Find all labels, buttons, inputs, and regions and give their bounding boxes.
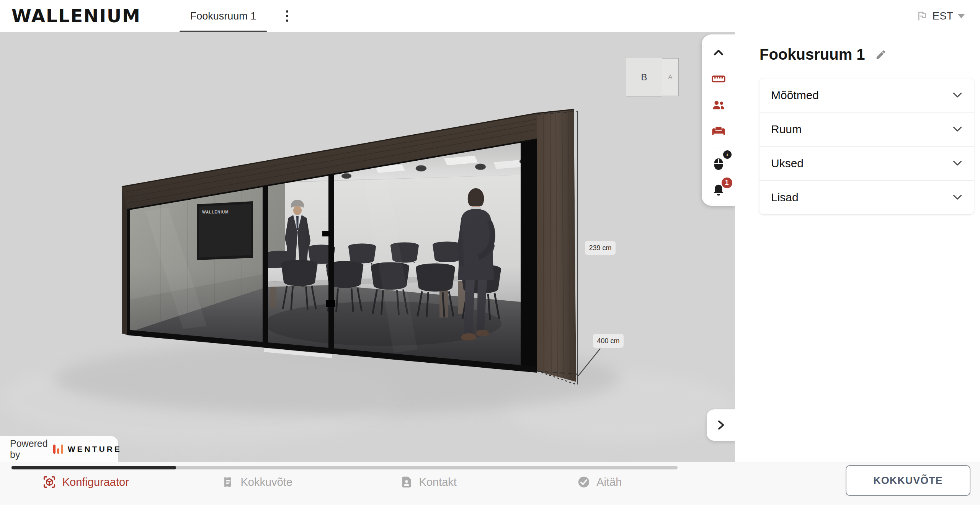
mouse-controls-button[interactable]: i (708, 153, 729, 175)
step-kontakt[interactable]: Kontakt (343, 475, 514, 489)
depth-dimension-label: 400 cm (597, 337, 619, 345)
expand-panel-button[interactable] (707, 409, 735, 441)
people-icon (710, 97, 727, 113)
config-panel: Fookusruum 1 Mõõtmed Ruum Ukse (735, 32, 980, 462)
ruler-icon (711, 71, 726, 86)
receipt-icon (222, 476, 235, 489)
step-kokkuvote[interactable]: Kokkuvõte (172, 475, 343, 489)
furniture-tool-button[interactable] (708, 121, 729, 142)
kebab-dot (286, 10, 288, 13)
tab-label: Fookusruum 1 (190, 10, 256, 22)
scene-3d[interactable]: WALLENIUM (0, 32, 735, 462)
sofa-icon (710, 123, 727, 139)
check-circle-icon (577, 476, 590, 489)
wenture-logo: WENTURE (53, 445, 122, 454)
top-bar: WALLENIUM Fookusruum 1 EST (0, 0, 980, 32)
config-accordion: Mõõtmed Ruum Uksed Lisad (760, 78, 974, 214)
chevron-down-icon (952, 92, 962, 98)
step-label: Kokkuvõte (241, 476, 292, 489)
progress-fill (11, 466, 176, 469)
tab-menu-button[interactable] (279, 8, 296, 24)
chevron-right-icon (715, 417, 727, 433)
collapse-toolbar-button[interactable] (708, 42, 729, 64)
tab-fookusruum[interactable]: Fookusruum 1 (180, 0, 267, 32)
step-aitah[interactable]: Aitäh (514, 475, 686, 489)
chevron-down-icon (958, 14, 965, 18)
floorplan-thumbnail[interactable]: B A (626, 58, 679, 96)
mouse-icon (711, 157, 726, 171)
language-label: EST (933, 10, 953, 22)
accordion-section-lisad[interactable]: Lisad (760, 181, 974, 214)
step-label: Konfiguraator (62, 476, 129, 489)
powered-by-card: Powered by WENTURE (0, 436, 118, 462)
rename-room-button[interactable] (875, 49, 887, 60)
step-konfiguraator[interactable]: Konfiguraator (0, 475, 172, 489)
toolbar-divider (710, 148, 727, 148)
contact-card-icon (400, 476, 413, 489)
progress-track (11, 466, 678, 469)
app-logo: WALLENIUM (11, 5, 141, 26)
chevron-down-icon (952, 160, 962, 166)
accordion-section-uksed[interactable]: Uksed (760, 147, 974, 181)
step-label: Aitäh (596, 476, 622, 489)
chevron-up-icon (712, 46, 725, 59)
height-dimension-label: 239 cm (589, 244, 611, 252)
room-title: Fookusruum 1 (760, 46, 865, 63)
floorplan-room-a[interactable]: A (662, 58, 679, 96)
chevron-down-icon (952, 126, 962, 132)
tab-active-underline (180, 31, 267, 32)
configurator-cube-icon (42, 475, 56, 489)
measurements-tool-button[interactable] (708, 68, 729, 90)
stepper: Konfiguraator Kokkuvõte Kontakt Aitäh (0, 475, 685, 489)
notifications-button[interactable]: 1 (708, 180, 729, 201)
step-label: Kontakt (419, 476, 457, 489)
pencil-icon (875, 49, 887, 60)
flag-icon (916, 10, 928, 22)
viewer-toolbar: i 1 (702, 34, 735, 206)
chevron-down-icon (952, 194, 962, 200)
floorplan-room-b[interactable]: B (626, 58, 662, 96)
door-handle (322, 231, 330, 236)
wenture-bar-icon (53, 445, 56, 454)
powered-by-text: Powered by (10, 438, 48, 460)
accordion-section-ruum[interactable]: Ruum (760, 112, 974, 147)
wenture-wordmark: WENTURE (68, 445, 122, 454)
accordion-section-mootmed[interactable]: Mõõtmed (760, 78, 974, 112)
viewer-canvas[interactable]: WALLENIUM (0, 32, 735, 462)
info-badge: i (723, 150, 732, 159)
language-selector[interactable]: EST (916, 0, 965, 32)
people-tool-button[interactable] (708, 94, 729, 116)
bottom-stepper-bar: Konfiguraator Kokkuvõte Kontakt Aitäh (0, 462, 980, 505)
summary-button[interactable]: KOKKUVÕTE (846, 465, 970, 496)
notification-badge: 1 (722, 178, 732, 188)
